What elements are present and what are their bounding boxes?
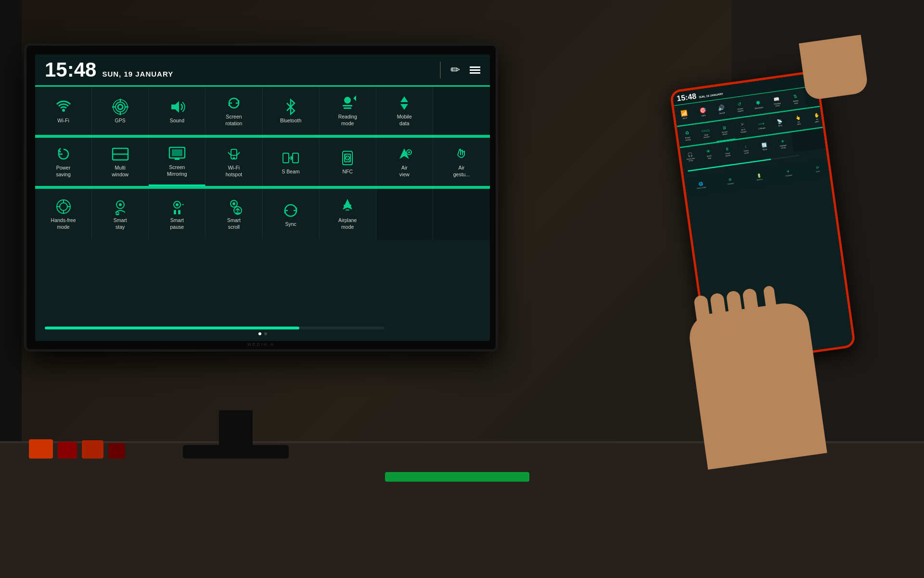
svg-point-40 bbox=[176, 203, 179, 206]
gps-label: GPS bbox=[115, 118, 126, 123]
shelf-decoration-2 bbox=[58, 442, 77, 459]
svg-point-8 bbox=[344, 97, 351, 104]
svg-marker-13 bbox=[400, 104, 408, 110]
svg-marker-7 bbox=[171, 101, 179, 113]
air-gesture-icon bbox=[453, 145, 470, 163]
smart-pause-icon bbox=[168, 198, 186, 215]
dot-active bbox=[258, 332, 261, 335]
svg-rect-41 bbox=[174, 210, 176, 214]
progress-bar-outer bbox=[45, 327, 385, 329]
svg-rect-22 bbox=[293, 153, 298, 163]
qs-smart-scroll[interactable]: Smartscroll bbox=[205, 189, 262, 239]
qs-power-saving[interactable]: Powersaving bbox=[35, 138, 92, 186]
pencil-icon[interactable]: ✏ bbox=[450, 63, 460, 77]
svg-rect-47 bbox=[344, 205, 351, 206]
nfc-label: NFC bbox=[342, 169, 353, 174]
qs-sync[interactable]: Sync bbox=[263, 189, 320, 239]
bluetooth-icon bbox=[282, 98, 299, 116]
gps-icon bbox=[112, 98, 129, 116]
date-display: SUN, 19 JANUARY bbox=[102, 70, 173, 78]
qs-bottom bbox=[35, 239, 490, 341]
wifi-hotspot-label: Wi-Fihotspot bbox=[226, 165, 242, 178]
air-view-label: Airview bbox=[399, 165, 410, 178]
mobile-data-icon bbox=[396, 94, 413, 112]
tv-stand-neck bbox=[219, 410, 253, 447]
qs-wifi[interactable]: Wi-Fi bbox=[35, 87, 92, 135]
qs-air-gesture[interactable]: Airgestu... bbox=[433, 138, 490, 186]
tv-brand-label: MEDIA A bbox=[247, 342, 275, 347]
qs-multi-window[interactable]: Multiwindow bbox=[92, 138, 149, 186]
svg-point-37 bbox=[119, 203, 122, 206]
qs-row-2: Powersaving Multiwindow bbox=[35, 138, 490, 187]
room-background: 15:48 SUN, 19 JANUARY ✏ bbox=[0, 0, 924, 578]
bottom-shelf bbox=[0, 443, 924, 578]
svg-point-20 bbox=[233, 157, 235, 159]
nfc-icon bbox=[339, 149, 356, 167]
s-beam-icon bbox=[282, 149, 299, 167]
smart-stay-label: Smartstay bbox=[114, 217, 127, 230]
multi-window-label: Multiwindow bbox=[112, 165, 128, 178]
green-accent-bottom bbox=[385, 472, 529, 482]
smart-scroll-icon bbox=[225, 198, 243, 215]
hands-free-label: Hands-freemode bbox=[51, 217, 76, 230]
qs-screen-mirroring[interactable]: ScreenMirroring bbox=[149, 138, 205, 186]
tv-frame: 15:48 SUN, 19 JANUARY ✏ bbox=[24, 43, 498, 352]
time-date-group: 15:48 SUN, 19 JANUARY bbox=[45, 58, 173, 81]
header-divider bbox=[440, 62, 441, 79]
svg-marker-12 bbox=[400, 96, 408, 102]
qs-sound[interactable]: Sound bbox=[149, 87, 205, 135]
svg-rect-10 bbox=[344, 107, 351, 109]
air-view-icon bbox=[396, 145, 413, 163]
qs-empty-8 bbox=[433, 189, 490, 239]
svg-rect-17 bbox=[172, 149, 182, 156]
airplane-mode-icon bbox=[339, 198, 356, 215]
qs-airplane-mode[interactable]: Airplanemode bbox=[320, 189, 376, 239]
svg-point-0 bbox=[118, 105, 123, 109]
qs-bluetooth[interactable]: Bluetooth bbox=[263, 87, 320, 135]
screen-mirroring-label: ScreenMirroring bbox=[167, 164, 187, 177]
qs-partial bbox=[433, 87, 490, 135]
qs-wifi-hotspot[interactable]: Wi-Fihotspot bbox=[205, 138, 262, 186]
svg-rect-21 bbox=[283, 153, 289, 163]
qs-screen-rotation[interactable]: Screenrotation bbox=[205, 87, 262, 135]
tv-screen: 15:48 SUN, 19 JANUARY ✏ bbox=[35, 54, 490, 341]
screen-rotation-label: Screenrotation bbox=[225, 114, 242, 127]
qs-nfc[interactable]: NFC bbox=[320, 138, 376, 186]
screen-mirroring-icon bbox=[168, 145, 186, 162]
power-saving-label: Powersaving bbox=[56, 165, 70, 178]
shelf-decoration-3 bbox=[82, 440, 103, 459]
qs-reading-mode[interactable]: Readingmode bbox=[320, 87, 376, 135]
qs-mobile-data[interactable]: Mobiledata bbox=[376, 87, 433, 135]
svg-point-44 bbox=[232, 202, 235, 205]
mobile-data-label: Mobiledata bbox=[397, 114, 412, 127]
wifi-label: Wi-Fi bbox=[57, 118, 69, 123]
sound-label: Sound bbox=[170, 118, 184, 123]
s-beam-label: S Beam bbox=[282, 169, 299, 174]
wifi-icon bbox=[55, 98, 72, 116]
qs-s-beam[interactable]: S Beam bbox=[263, 138, 320, 186]
qs-smart-stay[interactable]: Smartstay bbox=[92, 189, 149, 239]
hand-bottom bbox=[687, 300, 827, 470]
qs-gps[interactable]: GPS bbox=[92, 87, 149, 135]
shelf-decoration-4 bbox=[108, 443, 125, 459]
qs-smart-pause[interactable]: Smartpause bbox=[149, 189, 205, 239]
tv-stand-base bbox=[183, 445, 289, 459]
qs-hands-free[interactable]: Hands-freemode bbox=[35, 189, 92, 239]
smart-stay-icon bbox=[112, 198, 129, 215]
progress-bar-inner bbox=[45, 327, 299, 329]
smart-scroll-label: Smartscroll bbox=[227, 217, 241, 230]
svg-rect-42 bbox=[178, 210, 180, 214]
sync-icon bbox=[282, 202, 299, 219]
svg-marker-11 bbox=[353, 95, 356, 101]
hands-free-icon bbox=[55, 198, 72, 215]
menu-icon[interactable] bbox=[470, 66, 480, 74]
smart-pause-label: Smartpause bbox=[170, 217, 184, 230]
wifi-hotspot-icon bbox=[225, 145, 243, 163]
svg-point-31 bbox=[60, 203, 67, 210]
sound-icon bbox=[168, 98, 186, 116]
qs-row-3: Hands-freemode Smartstay bbox=[35, 189, 490, 239]
qs-air-view[interactable]: Airview bbox=[376, 138, 433, 186]
bluetooth-label: Bluetooth bbox=[280, 118, 301, 123]
power-saving-icon bbox=[55, 145, 72, 163]
multi-window-icon bbox=[112, 145, 129, 163]
